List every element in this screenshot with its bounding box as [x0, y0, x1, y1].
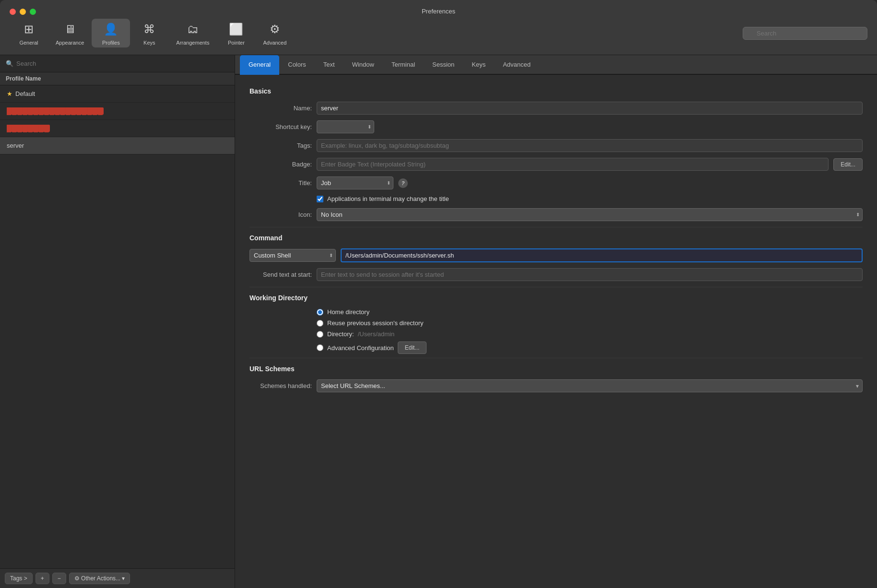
title-label: Title: — [249, 179, 312, 187]
toolbar-item-advanced[interactable]: ⚙ Advanced — [255, 19, 294, 47]
section-divider — [249, 227, 863, 227]
icon-row: Icon: No Icon ⬍ — [249, 208, 863, 221]
radio-home-input[interactable] — [317, 309, 323, 316]
tab-text[interactable]: Text — [315, 55, 344, 75]
toolbar-item-keys[interactable]: ⌘ Keys — [130, 19, 168, 47]
other-actions-button[interactable]: ⚙ Other Actions... ▾ — [69, 573, 130, 584]
title-select-wrapper: Job Name Session Name None ⬍ — [317, 176, 393, 189]
command-select-wrapper: Login Shell Custom Shell Command ⬍ — [249, 249, 336, 262]
title-select[interactable]: Job Name Session Name None — [317, 176, 393, 189]
profile-name-redacted1: ██████████████████ — [7, 107, 104, 115]
radio-home-label: Home directory — [327, 308, 369, 316]
profile-footer: Tags > + − ⚙ Other Actions... ▾ — [0, 568, 235, 588]
tab-bar: General Colors Text Window Terminal Sess… — [235, 55, 877, 75]
tags-button[interactable]: Tags > — [5, 573, 33, 584]
section-divider-2 — [249, 287, 863, 287]
radio-reuse-input[interactable] — [317, 320, 323, 327]
title-checkbox-label: Applications in terminal may change the … — [327, 195, 449, 202]
title-row: Title: Job Name Session Name None ⬍ ? — [249, 176, 863, 189]
titlebar: Preferences ⊞ General 🖥 Appearance 👤 Pro… — [0, 0, 877, 55]
zoom-button[interactable] — [30, 9, 36, 15]
name-input[interactable] — [317, 102, 863, 115]
radio-home: Home directory — [317, 308, 863, 316]
close-button[interactable] — [10, 9, 16, 15]
tab-terminal[interactable]: Terminal — [383, 55, 424, 75]
command-row: Login Shell Custom Shell Command ⬍ — [249, 248, 863, 262]
radio-directory-label: Directory: — [327, 330, 354, 338]
shortcut-label: Shortcut key: — [249, 123, 312, 130]
list-item[interactable]: ████████ — [0, 120, 235, 137]
command-title: Command — [249, 234, 863, 242]
icon-select-wrapper: No Icon ⬍ — [317, 208, 863, 221]
list-item[interactable]: server — [0, 137, 235, 154]
command-input[interactable] — [341, 248, 863, 262]
tags-input[interactable] — [317, 139, 863, 152]
profile-list-header: Profile Name — [0, 72, 235, 85]
profile-name-server: server — [7, 142, 24, 149]
url-schemes-title: URL Schemes — [249, 365, 863, 373]
minimize-button[interactable] — [20, 9, 26, 15]
list-item[interactable]: ★ Default — [0, 85, 235, 103]
other-actions-label: ⚙ Other Actions... — [74, 575, 120, 582]
title-checkbox-row: Applications in terminal may change the … — [317, 195, 863, 202]
panel-content: Basics Name: Shortcut key: ⬍ Tags: — [235, 75, 877, 588]
shortcut-select[interactable] — [317, 120, 374, 133]
advanced-icon: ⚙ — [266, 21, 284, 38]
profile-search-bar: 🔍 — [0, 55, 235, 72]
profiles-icon: 👤 — [102, 21, 119, 38]
radio-directory-input[interactable] — [317, 331, 323, 338]
radio-directory: Directory: /Users/admin — [317, 330, 863, 338]
title-help-button[interactable]: ? — [398, 178, 408, 188]
toolbar-label-general: General — [19, 40, 38, 46]
add-profile-button[interactable]: + — [36, 573, 49, 584]
name-row: Name: — [249, 102, 863, 115]
tab-general[interactable]: General — [240, 55, 279, 75]
pointer-icon: ⬜ — [227, 21, 245, 38]
url-schemes-row: Schemes handled: Select URL Schemes... ▾ — [249, 379, 863, 392]
badge-label: Badge: — [249, 161, 312, 168]
tab-window[interactable]: Window — [344, 55, 383, 75]
toolbar-item-appearance[interactable]: 🖥 Appearance — [48, 19, 92, 47]
tags-row: Tags: — [249, 139, 863, 152]
toolbar-item-general[interactable]: ⊞ General — [10, 19, 48, 47]
star-icon: ★ — [7, 90, 12, 97]
send-text-row: Send text at start: — [249, 268, 863, 281]
toolbar-item-profiles[interactable]: 👤 Profiles — [92, 19, 130, 47]
remove-profile-button[interactable]: − — [52, 573, 66, 584]
left-panel: 🔍 Profile Name ★ Default ███████████████… — [0, 55, 235, 588]
radio-directory-value: /Users/admin — [358, 330, 395, 338]
toolbar-label-pointer: Pointer — [228, 40, 245, 46]
icon-select[interactable]: No Icon — [317, 208, 863, 221]
tab-session[interactable]: Session — [424, 55, 463, 75]
url-schemes-select[interactable]: Select URL Schemes... — [317, 379, 863, 392]
name-label: Name: — [249, 105, 312, 112]
working-dir-title: Working Directory — [249, 294, 863, 302]
profile-search-icon: 🔍 — [6, 60, 13, 67]
advanced-config-edit-button[interactable]: Edit... — [398, 341, 427, 354]
profile-list: ★ Default ██████████████████ ████████ se… — [0, 85, 235, 568]
general-icon: ⊞ — [20, 21, 37, 38]
toolbar: ⊞ General 🖥 Appearance 👤 Profiles ⌘ Keys… — [0, 15, 877, 47]
window-title: Preferences — [422, 8, 455, 15]
send-text-label: Send text at start: — [249, 271, 312, 278]
title-checkbox[interactable] — [317, 196, 323, 202]
toolbar-item-pointer[interactable]: ⬜ Pointer — [217, 19, 255, 47]
tab-keys[interactable]: Keys — [463, 55, 494, 75]
tab-colors[interactable]: Colors — [279, 55, 315, 75]
command-select[interactable]: Login Shell Custom Shell Command — [249, 249, 336, 262]
badge-input[interactable] — [317, 158, 829, 171]
badge-edit-button[interactable]: Edit... — [833, 158, 863, 171]
radio-reuse-label: Reuse previous session's directory — [327, 319, 423, 327]
shortcut-select-wrapper: ⬍ — [317, 120, 374, 133]
tags-label: Tags: — [249, 142, 312, 149]
send-text-input[interactable] — [317, 268, 863, 281]
profile-search-input[interactable] — [16, 60, 229, 67]
tab-advanced[interactable]: Advanced — [494, 55, 539, 75]
toolbar-item-arrangements[interactable]: 🗂 Arrangements — [168, 19, 217, 47]
search-input[interactable] — [743, 27, 867, 40]
schemes-label: Schemes handled: — [249, 382, 312, 389]
badge-row: Badge: Edit... — [249, 158, 863, 171]
list-item[interactable]: ██████████████████ — [0, 103, 235, 120]
radio-advanced-config-input[interactable] — [317, 344, 323, 351]
icon-label: Icon: — [249, 211, 312, 218]
